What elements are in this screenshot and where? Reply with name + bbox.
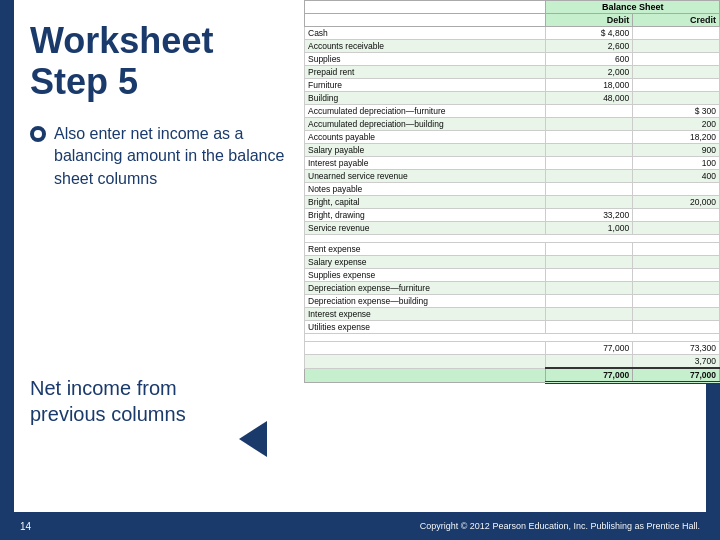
table-row: Notes payable [305, 183, 720, 196]
account-cell: Service revenue [305, 222, 546, 235]
spreadsheet-panel: Balance Sheet Debit Credit Cash $ 4,800 … [304, 0, 720, 512]
credit-cell: 20,000 [633, 196, 720, 209]
page-number: 14 [20, 521, 31, 532]
table-row: Service revenue 1,000 [305, 222, 720, 235]
col-header-account [305, 1, 546, 14]
credit-cell [633, 209, 720, 222]
credit-cell [633, 66, 720, 79]
table-row: Accumulated depreciation—furniture $ 300 [305, 105, 720, 118]
account-cell: Rent expense [305, 243, 546, 256]
debit-cell: 48,000 [546, 92, 633, 105]
debit-cell: $ 4,800 [546, 27, 633, 40]
debit-cell [546, 183, 633, 196]
debit-cell [546, 105, 633, 118]
credit-cell [633, 222, 720, 235]
credit-cell [633, 79, 720, 92]
credit-cell: 18,200 [633, 131, 720, 144]
credit-cell: 200 [633, 118, 720, 131]
account-cell: Utilities expense [305, 321, 546, 334]
debit-cell [546, 308, 633, 321]
account-cell: Salary payable [305, 144, 546, 157]
account-cell: Building [305, 92, 546, 105]
debit-cell [546, 243, 633, 256]
credit-cell [633, 269, 720, 282]
credit-cell [633, 308, 720, 321]
col-subheader-credit: Credit [633, 14, 720, 27]
credit-cell [633, 295, 720, 308]
debit-cell [546, 144, 633, 157]
copyright-text: Copyright © 2012 Pearson Education, Inc.… [420, 521, 700, 531]
table-row: 3,700 [305, 355, 720, 369]
bottom-bar: 14 Copyright © 2012 Pearson Education, I… [0, 512, 720, 540]
debit-cell [546, 282, 633, 295]
table-row: Accumulated depreciation—building 200 [305, 118, 720, 131]
credit-cell: 3,700 [633, 355, 720, 369]
credit-cell: $ 300 [633, 105, 720, 118]
table-row: Utilities expense [305, 321, 720, 334]
account-cell: Notes payable [305, 183, 546, 196]
debit-cell [546, 321, 633, 334]
credit-cell [633, 27, 720, 40]
account-cell: Accounts payable [305, 131, 546, 144]
account-cell: Accumulated depreciation—building [305, 118, 546, 131]
table-row: Supplies expense [305, 269, 720, 282]
debit-cell [546, 131, 633, 144]
table-row: Bright, capital 20,000 [305, 196, 720, 209]
account-cell [305, 355, 546, 369]
title-line2: Step 5 [30, 61, 288, 102]
account-cell: Depreciation expense—furniture [305, 282, 546, 295]
table-row: Furniture 18,000 [305, 79, 720, 92]
table-row: Depreciation expense—furniture [305, 282, 720, 295]
credit-cell [633, 92, 720, 105]
account-cell: Furniture [305, 79, 546, 92]
net-income-label: Net income fromprevious columns [30, 375, 186, 427]
credit-cell [633, 282, 720, 295]
credit-cell [633, 53, 720, 66]
account-cell: Bright, drawing [305, 209, 546, 222]
debit-cell [546, 355, 633, 369]
table-row: Cash $ 4,800 [305, 27, 720, 40]
table-row: Building 48,000 [305, 92, 720, 105]
main-content: Worksheet Step 5 Also enter net income a… [14, 0, 720, 512]
debit-cell: 33,200 [546, 209, 633, 222]
balance-sheet-table: Balance Sheet Debit Credit Cash $ 4,800 … [304, 0, 720, 384]
account-cell: Bright, capital [305, 196, 546, 209]
table-row: Interest expense [305, 308, 720, 321]
col-header-balance-sheet: Balance Sheet [546, 1, 720, 14]
arrow-icon [239, 421, 267, 457]
table-row: Rent expense [305, 243, 720, 256]
account-cell: Accounts receivable [305, 40, 546, 53]
table-row [305, 235, 720, 243]
table-row: Accounts receivable 2,600 [305, 40, 720, 53]
slide-title: Worksheet Step 5 [30, 20, 288, 103]
debit-cell: 77,000 [546, 342, 633, 355]
credit-cell: 73,300 [633, 342, 720, 355]
debit-cell: 2,600 [546, 40, 633, 53]
account-cell: Supplies expense [305, 269, 546, 282]
table-row: Bright, drawing 33,200 [305, 209, 720, 222]
table-row [305, 334, 720, 342]
table-row: Unearned service revenue 400 [305, 170, 720, 183]
account-cell: Prepaid rent [305, 66, 546, 79]
debit-cell [546, 269, 633, 282]
account-cell: Interest payable [305, 157, 546, 170]
debit-cell [546, 256, 633, 269]
table-row: Depreciation expense—building [305, 295, 720, 308]
credit-cell: 400 [633, 170, 720, 183]
table-row: 77,000 73,300 [305, 342, 720, 355]
credit-cell: 100 [633, 157, 720, 170]
account-cell: Unearned service revenue [305, 170, 546, 183]
bullet-text-1: Also enter net income as a balancing amo… [54, 123, 288, 190]
debit-cell: 77,000 [546, 368, 633, 383]
col-subheader-debit: Debit [546, 14, 633, 27]
debit-cell [546, 118, 633, 131]
account-cell [305, 342, 546, 355]
table-row: Interest payable 100 [305, 157, 720, 170]
slide: Worksheet Step 5 Also enter net income a… [0, 0, 720, 540]
bullet-icon-1 [30, 126, 46, 142]
account-cell: Accumulated depreciation—furniture [305, 105, 546, 118]
title-line1: Worksheet [30, 20, 288, 61]
debit-cell: 2,000 [546, 66, 633, 79]
table-row: Salary payable 900 [305, 144, 720, 157]
debit-cell [546, 157, 633, 170]
